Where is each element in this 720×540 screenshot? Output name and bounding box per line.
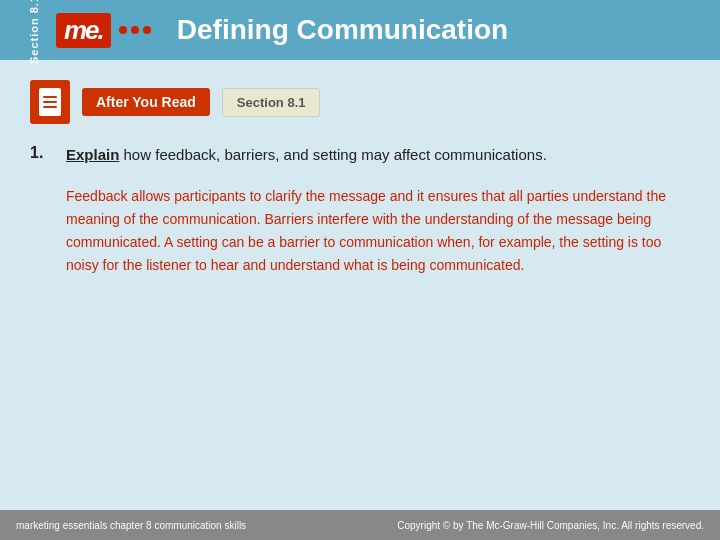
- footer-right-text: Copyright © by The Mc-Graw-Hill Companie…: [397, 520, 704, 531]
- logo-area: me.: [56, 13, 151, 48]
- page-title: Defining Communication: [177, 14, 508, 46]
- footer-left-text: marketing essentials chapter 8 communica…: [16, 520, 246, 531]
- question-keyword: Explain: [66, 146, 119, 163]
- dot-3: [143, 26, 151, 34]
- dot-2: [131, 26, 139, 34]
- doc-line-3: [43, 106, 57, 108]
- main-content: After You Read Section 8.1 1. Explain ho…: [0, 60, 720, 510]
- question-text: Explain how feedback, barriers, and sett…: [66, 144, 547, 167]
- document-icon: [30, 80, 70, 124]
- dot-1: [119, 26, 127, 34]
- doc-line-1: [43, 96, 57, 98]
- header: Section 8.1 me. Defining Communication: [0, 0, 720, 60]
- footer: marketing essentials chapter 8 communica…: [0, 510, 720, 540]
- section-label-vertical: Section 8.1: [28, 0, 40, 65]
- after-you-read-badge: After You Read: [82, 88, 210, 116]
- doc-line-2: [43, 101, 57, 103]
- logo-text: me.: [56, 13, 111, 48]
- after-you-read-row: After You Read Section 8.1: [30, 80, 690, 124]
- doc-icon-inner: [39, 88, 61, 116]
- logo-dots: [119, 26, 151, 34]
- section-number-badge: Section 8.1: [222, 88, 321, 117]
- section-badge-vertical: Section 8.1: [28, 0, 40, 65]
- question-number: 1.: [30, 144, 54, 167]
- answer-block: Feedback allows participants to clarify …: [66, 185, 690, 277]
- question-rest: how feedback, barriers, and setting may …: [119, 146, 546, 163]
- question-block: 1. Explain how feedback, barriers, and s…: [30, 144, 690, 167]
- answer-text: Feedback allows participants to clarify …: [66, 188, 666, 273]
